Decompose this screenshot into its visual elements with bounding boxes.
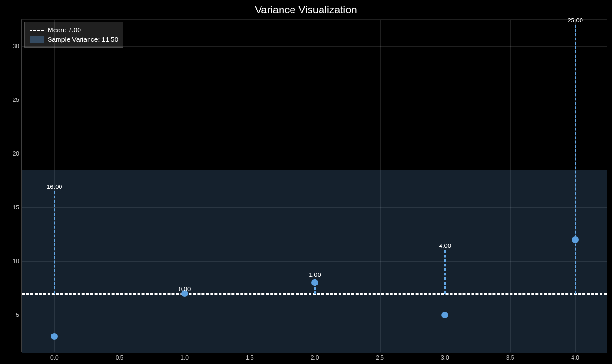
deviation-line [444, 250, 446, 293]
gridline-h [22, 100, 607, 100]
x-tick-label: 0.5 [116, 354, 124, 361]
x-tick-label: 4.0 [571, 354, 579, 361]
legend-swatch-mean [30, 30, 44, 31]
gridline-h [22, 154, 607, 154]
x-tick-label: 3.0 [441, 354, 449, 361]
x-tick-label: 2.5 [376, 354, 384, 361]
deviation-label: 4.00 [439, 242, 451, 249]
y-tick-label: 30 [13, 43, 19, 49]
x-tick-label: 1.5 [246, 354, 254, 361]
x-tick-label: 2.0 [311, 354, 319, 361]
legend: Mean: 7.00 Sample Variance: 11.50 [24, 22, 123, 48]
deviation-line [54, 191, 55, 294]
data-point [572, 236, 579, 243]
legend-label-mean: Mean: 7.00 [48, 26, 81, 34]
chart-container: Variance Visualization Mean: 7.00 Sample… [0, 0, 612, 364]
data-point [311, 279, 318, 286]
y-tick-label: 25 [13, 97, 19, 103]
legend-label-variance: Sample Variance: 11.50 [48, 36, 118, 43]
legend-swatch-variance [30, 36, 44, 43]
x-tick-label: 0.0 [50, 354, 59, 361]
data-point [441, 312, 448, 318]
x-tick-label: 1.0 [181, 354, 189, 361]
deviation-line [575, 25, 576, 294]
gridline-h [22, 46, 607, 47]
x-tick-label: 3.5 [506, 354, 514, 361]
deviation-label: 25.00 [567, 17, 583, 24]
plot-area: Mean: 7.00 Sample Variance: 11.50 0.00.5… [21, 19, 607, 352]
y-tick-label: 15 [13, 204, 19, 211]
y-tick-label: 10 [13, 258, 19, 265]
deviation-label: 0.00 [179, 285, 191, 293]
data-point [51, 333, 58, 340]
legend-entry-mean: Mean: 7.00 [30, 25, 118, 35]
y-tick-label: 20 [13, 150, 19, 157]
variance-band [22, 170, 607, 353]
deviation-label: 16.00 [47, 183, 62, 190]
chart-title: Variance Visualization [0, 4, 612, 16]
y-tick-label: 5 [16, 312, 19, 318]
deviation-label: 1.00 [309, 271, 321, 278]
legend-entry-variance: Sample Variance: 11.50 [30, 35, 118, 44]
